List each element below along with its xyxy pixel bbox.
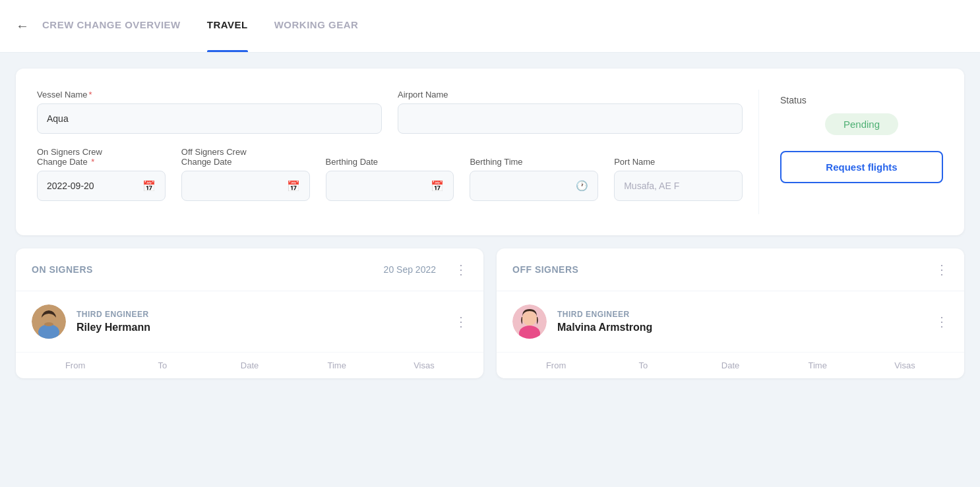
on-signers-avatar — [32, 304, 66, 339]
form-row-2: On Signers CrewChange Date * 2022-09-20 … — [37, 147, 743, 201]
on-signers-card: ON SIGNERS 20 Sep 2022 ⋮ — [16, 248, 483, 378]
form-side: Status Pending Request flights — [758, 90, 943, 214]
signers-row: ON SIGNERS 20 Sep 2022 ⋮ — [16, 248, 964, 378]
on-signers-title: ON SIGNERS — [32, 264, 93, 275]
on-signers-more-icon[interactable]: ⋮ — [454, 262, 468, 277]
col-time: Time — [293, 360, 381, 370]
on-signers-person-name: Riley Hermann — [77, 322, 436, 333]
col-to: To — [119, 360, 206, 370]
form-main: Vessel Name* Aqua Airport Name — [37, 90, 743, 214]
col-from: From — [32, 360, 119, 370]
berthing-time-label: Berthing Time — [470, 157, 598, 167]
vessel-name-label: Vessel Name* — [37, 90, 382, 100]
vessel-name-group: Vessel Name* Aqua — [37, 90, 382, 134]
on-signers-columns: From To Date Time Visas — [16, 353, 483, 378]
off-col-from: From — [512, 360, 599, 370]
off-signers-date-input[interactable]: 📅 — [181, 171, 310, 201]
off-signers-date-label: Off Signers CrewChange Date — [181, 147, 310, 167]
off-signers-person-name: Malvina Armstrong — [557, 322, 917, 333]
on-signers-date-label: On Signers CrewChange Date * — [37, 147, 166, 167]
tab-working-gear[interactable]: WORKING GEAR — [274, 0, 359, 52]
airport-name-group: Airport Name — [398, 90, 743, 134]
nav-tabs: CREW CHANGE OVERVIEW TRAVEL WORKING GEAR — [42, 0, 358, 52]
back-button[interactable]: ← — [16, 18, 29, 34]
status-badge: Pending — [825, 113, 898, 135]
off-signers-card: OFF SIGNERS ⋮ — [497, 248, 964, 378]
berthing-time-input[interactable]: 🕐 — [470, 171, 598, 201]
on-signers-person-more-icon[interactable]: ⋮ — [454, 314, 468, 329]
col-visas: Visas — [381, 360, 468, 370]
tab-travel[interactable]: TRAVEL — [207, 0, 248, 52]
top-navigation: ← CREW CHANGE OVERVIEW TRAVEL WORKING GE… — [0, 0, 980, 53]
svg-point-3 — [44, 322, 53, 326]
port-name-group: Port Name Musafa, AE F — [614, 157, 743, 201]
off-signers-title: OFF SIGNERS — [512, 264, 578, 275]
off-signers-header: OFF SIGNERS ⋮ — [497, 248, 964, 291]
airport-name-input[interactable] — [398, 103, 743, 134]
on-signers-header: ON SIGNERS 20 Sep 2022 ⋮ — [16, 248, 483, 291]
on-signers-person: THIRD ENGINEER Riley Hermann ⋮ — [16, 291, 483, 353]
clock-icon-berthing: 🕐 — [576, 180, 588, 192]
calendar-icon-berthing: 📅 — [431, 180, 444, 192]
off-col-date: Date — [687, 360, 774, 370]
berthing-time-group: Berthing Time 🕐 — [470, 157, 598, 201]
on-signers-person-role: THIRD ENGINEER — [77, 310, 436, 319]
off-signers-more-icon[interactable]: ⋮ — [935, 262, 948, 277]
calendar-icon-off-signers: 📅 — [287, 180, 300, 192]
port-name-input[interactable]: Musafa, AE F — [614, 171, 743, 201]
off-col-to: To — [599, 360, 687, 370]
calendar-icon-on-signers: 📅 — [142, 180, 156, 192]
main-content: Vessel Name* Aqua Airport Name — [0, 53, 980, 394]
col-date: Date — [206, 360, 293, 370]
port-name-label: Port Name — [614, 157, 743, 167]
airport-name-label: Airport Name — [398, 90, 743, 100]
form-row-1: Vessel Name* Aqua Airport Name — [37, 90, 743, 134]
tab-crew-change-overview[interactable]: CREW CHANGE OVERVIEW — [42, 0, 181, 52]
off-signers-columns: From To Date Time Visas — [497, 353, 964, 378]
status-label: Status — [780, 95, 943, 105]
berthing-date-input[interactable]: 📅 — [326, 171, 454, 201]
request-flights-button[interactable]: Request flights — [780, 151, 943, 183]
form-card: Vessel Name* Aqua Airport Name — [16, 69, 964, 235]
off-signers-person-role: THIRD ENGINEER — [557, 310, 917, 319]
on-signers-date-input[interactable]: 2022-09-20 📅 — [37, 171, 166, 201]
berthing-date-group: Berthing Date 📅 — [326, 157, 454, 201]
svg-point-6 — [522, 311, 537, 326]
off-col-visas: Visas — [861, 360, 948, 370]
on-signers-date: 20 Sep 2022 — [384, 264, 436, 275]
off-signers-person: THIRD ENGINEER Malvina Armstrong ⋮ — [497, 291, 964, 353]
off-signers-avatar — [512, 304, 547, 339]
berthing-date-label: Berthing Date — [326, 157, 454, 167]
off-signers-person-more-icon[interactable]: ⋮ — [935, 314, 948, 329]
off-signers-person-info: THIRD ENGINEER Malvina Armstrong — [557, 310, 917, 333]
off-signers-date-group: Off Signers CrewChange Date 📅 — [181, 147, 310, 201]
off-col-time: Time — [774, 360, 861, 370]
on-signers-person-info: THIRD ENGINEER Riley Hermann — [77, 310, 436, 333]
vessel-name-input[interactable]: Aqua — [37, 103, 382, 134]
on-signers-date-group: On Signers CrewChange Date * 2022-09-20 … — [37, 147, 166, 201]
